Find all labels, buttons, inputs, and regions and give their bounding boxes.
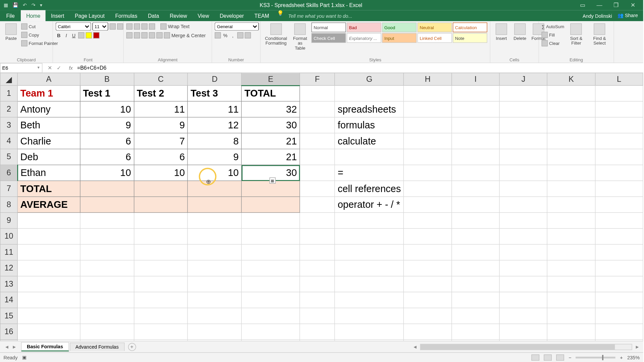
view-page-break-icon[interactable] xyxy=(556,354,564,360)
cell-I11[interactable] xyxy=(452,244,500,260)
delete-cells-button[interactable]: Delete xyxy=(512,22,528,42)
qa-customize-icon[interactable]: ▾ xyxy=(40,2,43,8)
cell-D5[interactable]: 9 xyxy=(188,149,242,165)
cell-E4[interactable]: 21 xyxy=(241,133,300,149)
cell-B13[interactable] xyxy=(80,276,134,292)
row-header[interactable]: 9 xyxy=(0,213,17,228)
cell-G14[interactable] xyxy=(335,292,404,308)
tab-insert[interactable]: Insert xyxy=(46,10,69,21)
cell-J2[interactable] xyxy=(499,101,547,117)
cell-L1[interactable] xyxy=(595,85,643,101)
format-as-table-button[interactable]: Format as Table xyxy=(290,22,310,51)
cell-H3[interactable] xyxy=(404,117,452,133)
tab-view[interactable]: View xyxy=(193,10,215,21)
decrease-font-icon[interactable] xyxy=(117,23,123,29)
row-header[interactable]: 13 xyxy=(0,276,17,292)
cell-L13[interactable] xyxy=(595,276,643,292)
cell-G17[interactable] xyxy=(335,340,404,341)
cell-E1[interactable]: TOTAL xyxy=(241,85,300,101)
cell-A11[interactable] xyxy=(17,244,80,260)
cell-D7[interactable] xyxy=(188,181,242,196)
sort-filter-button[interactable]: Sort & Filter xyxy=(566,22,586,46)
sheet-tab-advanced[interactable]: Advanced Formulas xyxy=(70,343,124,351)
cell-C14[interactable] xyxy=(134,292,188,308)
qa-redo-icon[interactable]: ↷ xyxy=(32,2,36,8)
col-header-j[interactable]: J xyxy=(499,73,547,85)
cell-B6[interactable]: 10 xyxy=(80,165,134,181)
tab-team[interactable]: TEAM xyxy=(249,10,275,21)
cell-F10[interactable] xyxy=(300,229,335,244)
cell-H4[interactable] xyxy=(404,133,452,149)
tab-file[interactable]: File xyxy=(0,10,21,21)
cell-H17[interactable] xyxy=(404,340,452,341)
cell-L9[interactable] xyxy=(595,213,643,228)
cell-L6[interactable] xyxy=(595,165,643,181)
cell-D11[interactable] xyxy=(188,244,242,260)
row-header[interactable]: 4 xyxy=(0,133,17,149)
sheet-nav-next-icon[interactable]: ► xyxy=(12,344,16,350)
cell-J12[interactable] xyxy=(499,260,547,276)
underline-button[interactable]: U xyxy=(71,33,77,38)
cell-J3[interactable] xyxy=(499,117,547,133)
cell-C9[interactable] xyxy=(134,213,188,228)
cell-F12[interactable] xyxy=(300,260,335,276)
cell-B15[interactable] xyxy=(80,308,134,324)
cell-J9[interactable] xyxy=(499,213,547,228)
cell-G5[interactable] xyxy=(335,149,404,165)
cell-H12[interactable] xyxy=(404,260,452,276)
cell-K6[interactable] xyxy=(547,165,595,181)
tab-data[interactable]: Data xyxy=(143,10,164,21)
cell-A10[interactable] xyxy=(17,229,80,244)
row-header[interactable]: 2 xyxy=(0,101,17,117)
percent-button[interactable]: % xyxy=(222,33,228,38)
worksheet-grid[interactable]: ◢ A B C D E F G H I J K L 1Team 1Test 1T… xyxy=(0,73,643,341)
cell-I7[interactable] xyxy=(452,181,500,196)
formula-input[interactable] xyxy=(75,63,643,72)
cell-J14[interactable] xyxy=(499,292,547,308)
cell-C13[interactable] xyxy=(134,276,188,292)
cell-styles-gallery[interactable]: Normal Bad Good Neutral Calculation Chec… xyxy=(311,22,487,43)
horizontal-scrollbar[interactable] xyxy=(420,344,632,350)
cell-G1[interactable] xyxy=(335,85,404,101)
merge-icon[interactable] xyxy=(164,32,170,38)
cell-I8[interactable] xyxy=(452,197,500,213)
cell-C15[interactable] xyxy=(134,308,188,324)
cell-A16[interactable] xyxy=(17,324,80,340)
cell-F6[interactable] xyxy=(300,165,335,181)
cell-K9[interactable] xyxy=(547,213,595,228)
cell-J4[interactable] xyxy=(499,133,547,149)
close-icon[interactable]: ✕ xyxy=(627,2,640,8)
align-bottom-icon[interactable] xyxy=(141,23,147,29)
row-header[interactable]: 1 xyxy=(0,85,17,101)
align-center-icon[interactable] xyxy=(134,32,140,38)
cell-B1[interactable]: Test 1 xyxy=(80,85,134,101)
cell-D17[interactable] xyxy=(188,340,242,341)
cell-F4[interactable] xyxy=(300,133,335,149)
align-top-icon[interactable] xyxy=(126,23,132,29)
ribbon-display-icon[interactable]: ▭ xyxy=(576,2,589,8)
cell-C11[interactable] xyxy=(134,244,188,260)
indent-dec-icon[interactable] xyxy=(149,32,155,38)
cell-C4[interactable]: 7 xyxy=(134,133,188,149)
cell-B7[interactable] xyxy=(80,181,134,196)
cell-H16[interactable] xyxy=(404,324,452,340)
cell-F5[interactable] xyxy=(300,149,335,165)
cell-I4[interactable] xyxy=(452,133,500,149)
cell-H9[interactable] xyxy=(404,213,452,228)
cell-L10[interactable] xyxy=(595,229,643,244)
decrease-decimal-icon[interactable] xyxy=(245,32,251,38)
cell-D15[interactable] xyxy=(188,308,242,324)
cell-G9[interactable] xyxy=(335,213,404,228)
cell-E11[interactable] xyxy=(241,244,300,260)
cell-F15[interactable] xyxy=(300,308,335,324)
row-header[interactable]: 15 xyxy=(0,308,17,324)
cell-D2[interactable]: 11 xyxy=(188,101,242,117)
style-good[interactable]: Good xyxy=(382,22,417,32)
cell-I15[interactable] xyxy=(452,308,500,324)
cell-E3[interactable]: 30 xyxy=(241,117,300,133)
style-normal[interactable]: Normal xyxy=(311,22,346,32)
cell-C1[interactable]: Test 2 xyxy=(134,85,188,101)
cell-B12[interactable] xyxy=(80,260,134,276)
zoom-level[interactable]: 235% xyxy=(627,355,640,360)
col-header-f[interactable]: F xyxy=(300,73,335,85)
